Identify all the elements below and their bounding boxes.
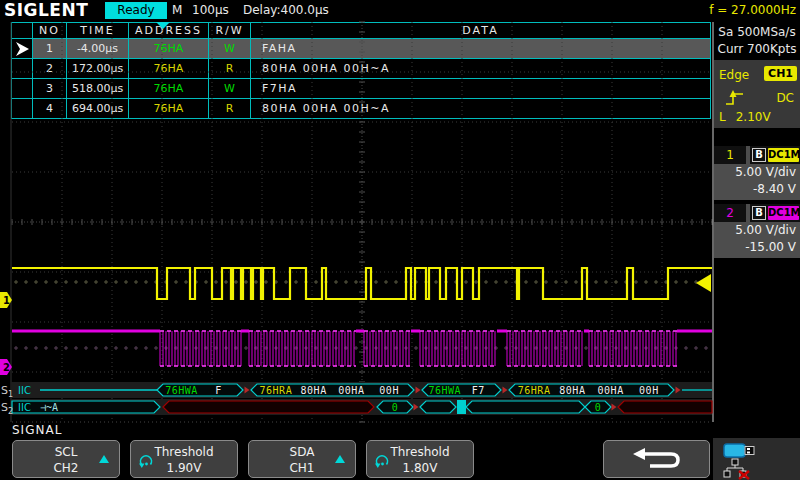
row-marker (12, 59, 32, 78)
sda-threshold-button[interactable]: Threshold1.80V (366, 440, 474, 478)
channel2-coupling-badge: DC1M (768, 206, 799, 220)
svg-text:76HRA: 76HRA (518, 385, 551, 396)
trigger-coupling: DC (776, 91, 794, 105)
cell-address[interactable]: 76HA (129, 59, 208, 78)
button-value: 1.80V (367, 460, 473, 476)
cell-address[interactable]: 76HA (129, 39, 208, 58)
svg-text:S: S (1, 401, 8, 414)
siglent-logo: SIGLENT (4, 0, 88, 20)
channel1-mode-strip: B DC1M (750, 146, 800, 164)
timebase-label: M (172, 3, 182, 17)
button-value: 1.90V (131, 460, 237, 476)
cell-data[interactable]: 80HA 00HA 00H~A (251, 59, 710, 78)
cell-rw[interactable]: R (209, 59, 250, 78)
cell-address[interactable]: 76HA (129, 79, 208, 98)
svg-text:S: S (1, 384, 8, 397)
select-arrow-icon (335, 455, 345, 463)
channel1-scale: 5.00 V/div (735, 165, 796, 179)
memory-depth: Curr 700Kpts (714, 41, 800, 58)
svg-text:76HRA: 76HRA (260, 385, 293, 396)
scl-source-button[interactable]: SCLCH2 (12, 440, 120, 478)
acquisition-status-badge: Ready (105, 2, 167, 19)
svg-text:80HA: 80HA (559, 385, 585, 396)
decode-event-table[interactable]: NO TIME ADDRESS R/W DATA 1 -4.00μs 76HA … (11, 22, 711, 119)
col-header-rw: R/W (209, 23, 250, 38)
channel2-number: 2 (714, 204, 746, 222)
trigger-type: Edge (719, 68, 749, 82)
channel1-number: 1 (714, 146, 746, 164)
cell-time[interactable]: -4.00μs (67, 39, 128, 58)
svg-text:2: 2 (3, 362, 10, 373)
channel2-bandwidth-icon: B (752, 206, 766, 220)
table-corner (12, 23, 32, 38)
timebase-value: 100μs (192, 3, 229, 17)
trigger-source-badge: CH1 (764, 66, 797, 81)
channel1-offset: -8.40 V (753, 182, 796, 196)
svg-text:0: 0 (392, 402, 399, 413)
svg-text:IIC: IIC (18, 385, 31, 396)
acquisition-info: Sa 500MSa/s Curr 700Kpts (714, 22, 800, 58)
button-label: Threshold (367, 444, 473, 460)
rising-edge-icon (724, 88, 746, 108)
cell-rw[interactable]: W (209, 79, 250, 98)
cell-time[interactable]: 172.00μs (67, 59, 128, 78)
trigger-info-panel: Edge CH1 DC L2.10V (714, 60, 800, 128)
top-status-bar: SIGLENT Ready M 100μs Delay:400.0μs f = … (0, 0, 800, 20)
back-arrow-icon (628, 445, 688, 475)
button-label: Threshold (131, 444, 237, 460)
cell-no[interactable]: 4 (33, 99, 66, 118)
svg-text:F7: F7 (472, 385, 485, 396)
col-header-data: DATA (251, 23, 710, 38)
svg-text:1: 1 (8, 390, 13, 399)
svg-text:IIC: IIC (18, 402, 31, 413)
cell-data[interactable]: F7HA (251, 79, 710, 98)
cell-rw[interactable]: W (209, 39, 250, 58)
cell-no[interactable]: 2 (33, 59, 66, 78)
cell-time[interactable]: 518.00μs (67, 79, 128, 98)
scl-threshold-button[interactable]: Threshold1.90V (130, 440, 238, 478)
channel2-offset: -15.00 V (745, 240, 796, 254)
cell-no[interactable]: 1 (33, 39, 66, 58)
channel2-mode-strip: B DC1M (750, 204, 800, 222)
svg-text:F: F (215, 385, 222, 396)
svg-text:76HWA: 76HWA (165, 385, 198, 396)
row-marker (12, 79, 32, 98)
channel1-bandwidth-icon: B (752, 148, 766, 162)
sample-rate: Sa 500MSa/s (714, 24, 800, 41)
trigger-level-label: L (719, 110, 726, 124)
cell-address[interactable]: 76HA (129, 99, 208, 118)
svg-text:0: 0 (595, 402, 602, 413)
cell-data[interactable]: FAHA (251, 39, 710, 58)
sda-source-button[interactable]: SDACH1 (248, 440, 356, 478)
channel1-coupling-badge: DC1M (768, 148, 799, 162)
svg-text:00H: 00H (379, 385, 399, 396)
cell-data[interactable]: 80HA 00HA 00H~A (251, 99, 710, 118)
back-button[interactable] (603, 440, 710, 478)
select-arrow-icon (99, 455, 109, 463)
frequency-counter: f = 27.0000Hz (709, 3, 796, 17)
row-marker (12, 39, 32, 58)
col-header-no: NO (33, 23, 66, 38)
trigger-level-value: 2.10V (736, 110, 771, 124)
col-header-time: TIME (67, 23, 128, 38)
cell-rw[interactable]: R (209, 99, 250, 118)
svg-text:80HA: 80HA (301, 385, 327, 396)
menu-title: SIGNAL (12, 423, 62, 437)
trigger-delay: Delay:400.0μs (243, 3, 329, 17)
col-header-address: ADDRESS (129, 23, 208, 38)
channel2-scale: 5.00 V/div (735, 223, 796, 237)
svg-text:76HWA: 76HWA (428, 385, 461, 396)
cell-time[interactable]: 694.00μs (67, 99, 128, 118)
channel1-info-panel[interactable]: 1 B DC1M 5.00 V/div -8.40 V (714, 146, 800, 200)
svg-text:00HA: 00HA (338, 385, 364, 396)
cell-no[interactable]: 3 (33, 79, 66, 98)
row-marker (12, 99, 32, 118)
svg-text:00H: 00H (639, 385, 659, 396)
status-icons-panel (713, 438, 800, 480)
channel2-info-panel[interactable]: 2 B DC1M 5.00 V/div -15.00 V (714, 204, 800, 258)
svg-text:2: 2 (8, 407, 13, 416)
svg-text:1: 1 (3, 295, 10, 306)
svg-text:00HA: 00HA (598, 385, 624, 396)
svg-text:⊣~A: ⊣~A (40, 402, 58, 413)
lan-disconnected-icon (723, 458, 757, 480)
